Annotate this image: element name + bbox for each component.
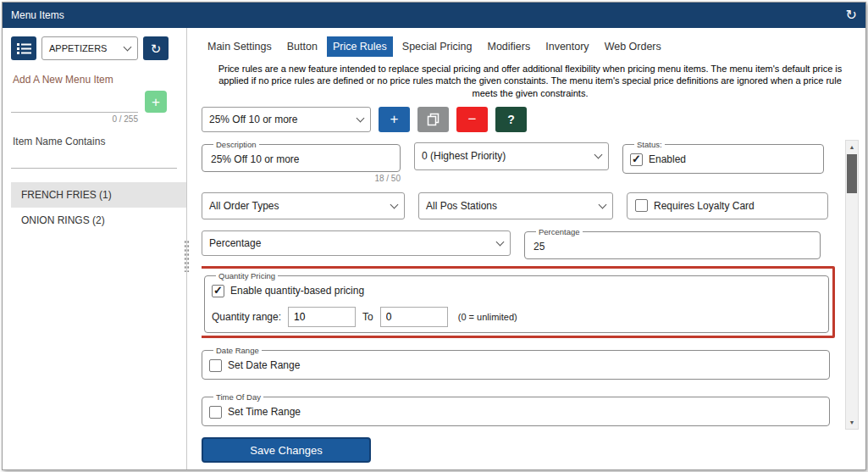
app-window: Menu Items ↻ APPETIZERS ↻: [2, 2, 866, 470]
pos-stations-value: All Pos Stations: [426, 200, 497, 212]
rule-form: Description 25% Off 10 or more 18 / 50 0…: [202, 140, 830, 426]
quantity-to-input[interactable]: [380, 307, 448, 327]
quantity-unlimited-hint: (0 = unlimited): [458, 312, 517, 322]
loyalty-card-checkbox[interactable]: [635, 199, 648, 212]
enable-quantity-pricing-checkbox[interactable]: [212, 285, 224, 297]
quantity-range-row: Quantity range: To (0 = unlimited): [212, 307, 821, 327]
quantity-from-input[interactable]: [288, 307, 356, 327]
description-group: Description 25% Off 10 or more 18 / 50: [202, 140, 401, 183]
remove-rule-button[interactable]: −: [456, 107, 488, 132]
form-row-3: Percentage Percentage 25: [202, 230, 830, 259]
order-types-select[interactable]: All Order Types: [202, 192, 405, 219]
priority-select-value: 0 (Highest Priority): [422, 150, 506, 162]
save-row: Save Changes: [202, 437, 859, 463]
content-area: APPETIZERS ↻ Add A New Menu Item + 0 / 2…: [3, 28, 865, 469]
set-time-range-label: Set Time Range: [228, 406, 301, 418]
chevron-down-icon: [357, 114, 365, 122]
description-legend: Description: [213, 140, 259, 149]
rule-form-scroll-area: Description 25% Off 10 or more 18 / 50 0…: [202, 140, 859, 430]
chevron-down-icon: [496, 237, 505, 246]
new-item-name-input[interactable]: [11, 96, 138, 113]
time-of-day-fieldset: Time Of Day Set Time Range: [202, 392, 830, 426]
quantity-pricing-highlight: Quantity Pricing Enable quantity-based p…: [202, 266, 835, 338]
description-fieldset: Description 25% Off 10 or more: [202, 140, 401, 172]
numbered-list-icon: [17, 42, 31, 54]
add-item-button[interactable]: +: [145, 91, 167, 113]
rule-select[interactable]: 25% Off 10 or more: [202, 107, 371, 132]
item-filter-input[interactable]: [11, 152, 177, 169]
priority-select[interactable]: 0 (Highest Priority): [414, 142, 609, 170]
tab-special-pricing[interactable]: Special Pricing: [396, 36, 478, 57]
vertical-scrollbar[interactable]: ▲ ▼: [845, 140, 859, 430]
rule-select-value: 25% Off 10 or more: [209, 114, 298, 125]
tab-button[interactable]: Button: [281, 36, 323, 57]
tab-inventory[interactable]: Inventory: [539, 36, 594, 57]
description-char-counter: 18 / 50: [374, 174, 401, 183]
main-panel: Main Settings Button Price Rules Special…: [187, 28, 865, 469]
help-button[interactable]: ?: [495, 107, 527, 132]
chevron-down-icon: [124, 43, 132, 52]
percentage-fieldset: Percentage 25: [524, 227, 821, 259]
list-item[interactable]: ONION RINGS (2): [11, 208, 186, 233]
order-types-value: All Order Types: [209, 200, 279, 212]
list-item[interactable]: FRENCH FRIES (1): [11, 182, 186, 208]
sidebar-toolbar: APPETIZERS ↻: [11, 36, 186, 60]
quantity-to-label: To: [362, 311, 373, 323]
status-legend: Status:: [634, 140, 665, 149]
category-select-value: APPETIZERS: [49, 43, 107, 53]
sidebar-refresh-button[interactable]: ↻: [143, 36, 169, 60]
chevron-down-icon: [390, 200, 399, 208]
category-list-button[interactable]: [11, 36, 36, 60]
tab-modifiers[interactable]: Modifiers: [481, 36, 536, 57]
add-new-item-row: +: [11, 91, 186, 113]
sidebar-splitter-handle[interactable]: [184, 240, 190, 272]
new-item-char-counter: 0 / 255: [11, 114, 138, 124]
menu-item-list: FRENCH FRIES (1) ONION RINGS (2): [11, 182, 186, 233]
pos-stations-select[interactable]: All Pos Stations: [418, 192, 613, 219]
set-time-range-row: Set Time Range: [209, 404, 822, 420]
time-of-day-legend: Time Of Day: [213, 392, 263, 402]
copy-rule-button[interactable]: [417, 107, 449, 132]
rule-type-select[interactable]: Percentage: [202, 230, 511, 256]
enable-quantity-pricing-label: Enable quantity-based pricing: [230, 285, 364, 297]
save-changes-button[interactable]: Save Changes: [202, 437, 371, 463]
chevron-down-icon: [599, 200, 607, 208]
status-fieldset: Status: Enabled: [622, 140, 824, 174]
percentage-legend: Percentage: [536, 227, 583, 236]
enabled-checkbox[interactable]: [630, 153, 643, 166]
chevron-down-icon: [594, 151, 603, 159]
title-bar: Menu Items ↻: [3, 3, 865, 28]
enable-quantity-pricing-row: Enable quantity-based pricing: [212, 283, 821, 299]
sidebar: APPETIZERS ↻ Add A New Menu Item + 0 / 2…: [3, 28, 187, 469]
date-range-fieldset: Date Range Set Date Range: [202, 346, 830, 380]
set-date-range-checkbox[interactable]: [209, 359, 222, 372]
loyalty-card-box: Requires Loyalty Card: [627, 192, 828, 219]
loyalty-card-label: Requires Loyalty Card: [654, 200, 755, 212]
set-time-range-checkbox[interactable]: [209, 406, 222, 419]
add-new-item-label: Add A New Menu Item: [13, 74, 186, 86]
description-value[interactable]: 25% Off 10 or more: [209, 152, 393, 166]
set-date-range-row: Set Date Range: [209, 358, 822, 374]
percentage-value[interactable]: 25: [532, 239, 813, 253]
form-row-2: All Order Types All Pos Stations Require…: [202, 192, 830, 219]
tab-web-orders[interactable]: Web Orders: [599, 36, 667, 57]
scroll-up-arrow-icon[interactable]: ▲: [846, 141, 858, 153]
quantity-range-label: Quantity range:: [212, 311, 281, 323]
add-rule-button[interactable]: +: [379, 107, 410, 132]
rule-selector-row: 25% Off 10 or more + − ?: [202, 107, 859, 132]
tab-price-rules[interactable]: Price Rules: [327, 36, 393, 57]
titlebar-refresh-icon[interactable]: ↻: [846, 8, 857, 22]
category-select[interactable]: APPETIZERS: [41, 36, 138, 60]
date-range-legend: Date Range: [213, 346, 262, 355]
scrollbar-thumb[interactable]: [847, 154, 857, 193]
set-date-range-label: Set Date Range: [228, 359, 300, 371]
window-title: Menu Items: [11, 9, 64, 21]
form-row-1: Description 25% Off 10 or more 18 / 50 0…: [202, 140, 830, 183]
quantity-pricing-fieldset: Quantity Pricing Enable quantity-based p…: [204, 271, 829, 333]
quantity-pricing-legend: Quantity Pricing: [216, 271, 278, 280]
enabled-checkbox-row: Enabled: [630, 152, 816, 168]
item-filter-label: Item Name Contains: [13, 136, 186, 147]
scroll-down-arrow-icon[interactable]: ▼: [846, 416, 858, 429]
refresh-icon: ↻: [151, 42, 162, 55]
tab-main-settings[interactable]: Main Settings: [202, 36, 278, 57]
